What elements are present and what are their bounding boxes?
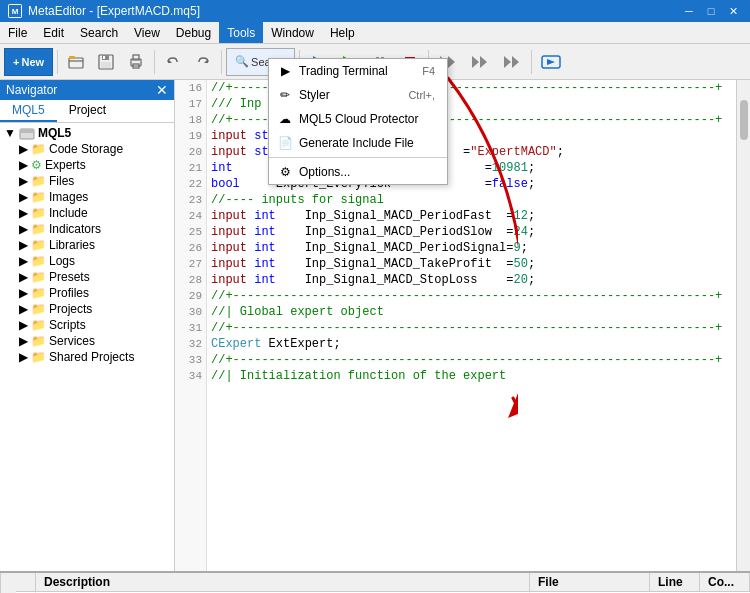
toolbox-label[interactable]: Toolbox [0,573,16,593]
scrollbar-thumb-v[interactable] [740,100,748,140]
tree-item-services[interactable]: ▶ 📁 Services [0,333,174,349]
portal-button[interactable] [536,48,566,76]
search-icon: 🔍 [235,55,249,68]
menu-item-label: Options... [299,165,350,179]
icon-col-header [16,573,36,591]
folder-icon: 📁 [31,350,46,364]
code-line: //+-------------------------------------… [211,288,732,304]
svg-marker-22 [504,56,511,68]
desc-col-header: Description [36,573,530,591]
tree-item-logs[interactable]: ▶ 📁 Logs [0,253,174,269]
tree-label: Scripts [49,318,170,332]
tab-project[interactable]: Project [57,100,118,122]
open-button[interactable] [62,48,90,76]
svg-marker-23 [512,56,519,68]
expand-icon: ▶ [19,270,28,284]
tree-item-code-storage[interactable]: ▶ 📁 Code Storage [0,141,174,157]
menu-tools[interactable]: Tools [219,22,263,43]
tree-item-shared-projects[interactable]: ▶ 📁 Shared Projects [0,349,174,365]
new-button[interactable]: + New [4,48,53,76]
line-num: 27 [175,256,206,272]
tree-label: Experts [45,158,170,172]
tree-item-experts[interactable]: ▶ ⚙ Experts [0,157,174,173]
tree-item-profiles[interactable]: ▶ 📁 Profiles [0,285,174,301]
svg-marker-21 [480,56,487,68]
window-controls: ─ □ ✕ [680,4,742,18]
folder-icon: 📁 [31,238,46,252]
close-button[interactable]: ✕ [724,4,742,18]
collapse-icon: ▼ [4,126,16,140]
menu-options[interactable]: ⚙ Options... [269,160,447,184]
tree-item-indicators[interactable]: ▶ 📁 Indicators [0,221,174,237]
save-button[interactable] [92,48,120,76]
svg-text:M: M [12,7,19,16]
menu-file[interactable]: File [0,22,35,43]
tree-label-include: Include [49,206,170,220]
tree-item-presets[interactable]: ▶ 📁 Presets [0,269,174,285]
menubar: File Edit Search View Debug Tools Window… [0,22,750,44]
menu-view[interactable]: View [126,22,168,43]
menu-separator [269,157,447,158]
folder-icon: 📁 [31,334,46,348]
tab-mql5[interactable]: MQL5 [0,100,57,122]
folder-icon: 📁 [31,318,46,332]
step-out-button[interactable] [497,48,527,76]
tree-item-images[interactable]: ▶ 📁 Images [0,189,174,205]
tree-label-mql5: MQL5 [38,126,71,140]
tree-label: Images [49,190,170,204]
toolbar-separator-1 [57,50,58,74]
svg-rect-3 [69,56,75,59]
menu-trading-terminal[interactable]: ▶ Trading Terminal F4 [269,59,447,83]
print-button[interactable] [122,48,150,76]
menu-generate-include[interactable]: 📄 Generate Include File [269,131,447,155]
line-num: 31 [175,320,206,336]
menu-search[interactable]: Search [72,22,126,43]
tree-item-libraries[interactable]: ▶ 📁 Libraries [0,237,174,253]
code-line: CExpert ExtExpert; [211,336,732,352]
minimize-button[interactable]: ─ [680,4,698,18]
expand-icon: ▶ [19,350,28,364]
expand-icon: ▶ [19,238,28,252]
menu-cloud-protector[interactable]: ☁ MQL5 Cloud Protector [269,107,447,131]
tree-item-include[interactable]: ▶ 📁 Include [0,205,174,221]
line-num: 19 [175,128,206,144]
tree-label: Files [49,174,170,188]
vertical-scrollbar[interactable] [736,80,750,571]
menu-item-label: Trading Terminal [299,64,388,78]
redo-button[interactable] [189,48,217,76]
table-header: Description File Line Co... [16,573,750,592]
menu-window[interactable]: Window [263,22,322,43]
step-into-button[interactable] [465,48,495,76]
toolbar-separator-3 [221,50,222,74]
tree-item-scripts[interactable]: ▶ 📁 Scripts [0,317,174,333]
tree-label: Indicators [49,222,170,236]
line-num: 26 [175,240,206,256]
toolbar-separator-6 [531,50,532,74]
folder-icon: 📁 [31,222,46,236]
code-content[interactable]: 16 17 18 19 20 21 22 23 24 25 26 27 28 2… [175,80,750,571]
tree-item-projects[interactable]: ▶ 📁 Projects [0,301,174,317]
tree-label: Projects [49,302,170,316]
menu-edit[interactable]: Edit [35,22,72,43]
undo-button[interactable] [159,48,187,76]
menu-debug[interactable]: Debug [168,22,219,43]
experts-icon: ⚙ [31,158,42,172]
line-num: 32 [175,336,206,352]
expand-icon: ▶ [19,222,28,236]
navigator-close[interactable]: ✕ [156,82,168,98]
svg-marker-20 [472,56,479,68]
tree-root-mql5[interactable]: ▼ MQL5 [0,125,174,141]
bottom-content: Description File Line Co... ○ 'SignalMAC… [16,573,750,593]
file-col-header: File [530,573,650,591]
tree-item-files[interactable]: ▶ 📁 Files [0,173,174,189]
maximize-button[interactable]: □ [702,4,720,18]
menu-help[interactable]: Help [322,22,363,43]
portal-icon [541,54,561,70]
line-num: 20 [175,144,206,160]
menu-styler[interactable]: ✏ Styler Ctrl+, [269,83,447,107]
menu-item-label: Styler [299,88,330,102]
code-line: input int Inp_Signal_MACD_TakeProfit =50… [211,256,732,272]
expand-icon: ▶ [19,158,28,172]
line-num: 33 [175,352,206,368]
line-num: 25 [175,224,206,240]
